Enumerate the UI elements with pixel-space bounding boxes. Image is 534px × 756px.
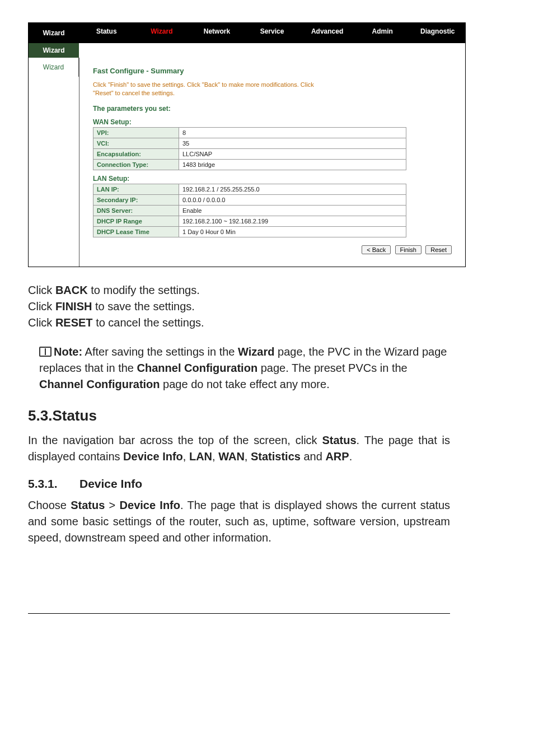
side-panel-head: Wizard [29,23,79,43]
lan-secondary-label: Secondary IP: [93,194,179,205]
wan-vpi-label: VPI: [93,127,179,138]
summary-info: Click "Finish" to save the settings. Cli… [93,81,328,98]
wan-encap-label: Encapsulation: [93,148,179,159]
status-para: In the navigation bar across the top of … [28,432,450,465]
back-button[interactable]: < Back [362,245,391,254]
book-icon [39,347,51,357]
nav-network[interactable]: Network [189,23,245,43]
lan-dhcp-lease-value: 1 Day 0 Hour 0 Min [179,226,406,237]
nav-wizard[interactable]: Wizard [134,23,190,43]
lan-dhcp-range-label: DHCP IP Range [93,216,179,226]
wan-table: VPI:8 VCI:35 Encapsulation:LLC/SNAP Conn… [93,127,406,170]
params-head: The parameters you set: [93,105,455,114]
side-item-wizard[interactable]: Wizard [29,58,79,77]
wan-conn-value: 1483 bridge [179,159,406,170]
subsection-heading: 5.3.1.Device Info [28,477,450,491]
nav-status[interactable]: Status [79,23,134,43]
note-block: Note: After saving the settings in the W… [39,344,450,393]
lan-dhcp-range-value: 192.168.2.100 ~ 192.168.2.199 [179,216,406,226]
nav-diagnostic[interactable]: Diagnostic [410,23,465,43]
nav-service[interactable]: Service [245,23,300,43]
click-instructions: Click BACK to modify the settings. Click… [28,283,450,330]
lan-ip-value: 192.168.2.1 / 255.255.255.0 [179,184,406,194]
lan-ip-label: LAN IP: [93,184,179,194]
lan-head: LAN Setup: [93,175,455,184]
summary-title: Fast Configure - Summary [93,67,455,75]
lan-secondary-value: 0.0.0.0 / 0.0.0.0 [179,194,406,205]
nav-advanced[interactable]: Advanced [299,23,355,43]
lan-dhcp-lease-label: DHCP Lease Time [93,226,179,237]
footer-rule [28,613,450,614]
device-info-para: Choose Status > Device Info. The page th… [28,497,450,546]
lan-dns-label: DNS Server: [93,205,179,216]
side-subnav[interactable]: Wizard [29,43,79,58]
lan-dns-value: Enable [179,205,406,216]
lan-table: LAN IP:192.168.2.1 / 255.255.255.0 Secon… [93,184,406,237]
reset-button[interactable]: Reset [425,245,452,254]
wan-vci-label: VCI: [93,138,179,148]
wan-conn-label: Connection Type: [93,159,179,170]
nav-admin[interactable]: Admin [355,23,410,43]
wizard-summary-screenshot: Wizard Status Wizard Network Service Adv… [28,22,466,267]
finish-button[interactable]: Finish [395,245,421,254]
wan-encap-value: LLC/SNAP [179,148,406,159]
wan-vpi-value: 8 [179,127,406,138]
wan-head: WAN Setup: [93,118,455,127]
top-nav: Status Wizard Network Service Advanced A… [79,23,465,43]
wan-vci-value: 35 [179,138,406,148]
section-heading: 5.3.Status [28,407,450,424]
